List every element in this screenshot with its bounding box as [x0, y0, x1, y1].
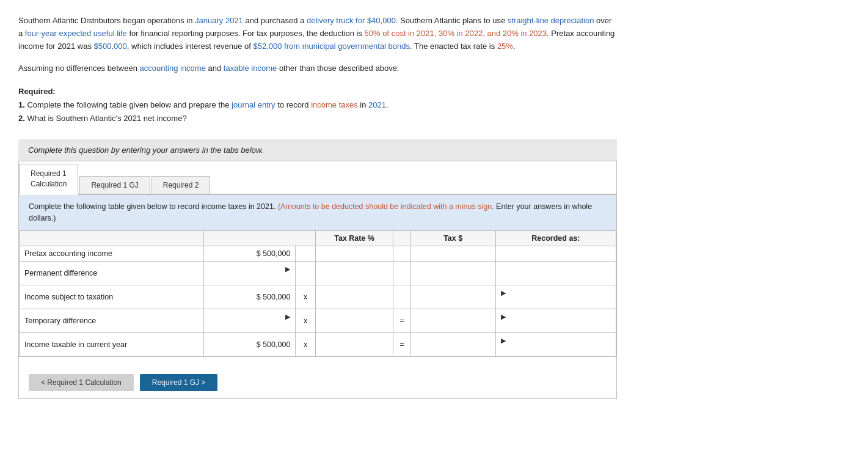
tabs-area: Required 1Calculation Required 1 GJ Requ…	[18, 161, 617, 398]
tabs-row: Required 1Calculation Required 1 GJ Requ…	[19, 161, 616, 195]
row-temp-diff-symbol: x	[296, 309, 315, 332]
table-row: Income subject to taxation $ 500,000 x ▶	[20, 285, 616, 309]
arrow-income-taxable-recorded: ▶	[501, 337, 506, 344]
intro-paragraph: Southern Atlantic Distributors began ope…	[18, 15, 617, 53]
row-pretax-label: Pretax accounting income	[20, 246, 204, 261]
input-perm-amount[interactable]	[209, 273, 291, 282]
table-row: Temporary difference ▶ x = ▶	[20, 309, 616, 332]
input-temp-diff-recorded[interactable]	[501, 321, 611, 329]
row-perm-symbol	[296, 261, 315, 285]
input-perm-tax-dollar[interactable]	[416, 269, 491, 277]
assuming-text: Assuming no differences between accounti…	[18, 62, 617, 75]
instruction-bar: Complete the following table given below…	[19, 195, 616, 230]
input-income-taxable-tax-rate[interactable]	[321, 340, 388, 349]
required-label: Required:	[18, 87, 56, 96]
row-income-taxable-eq: =	[393, 332, 410, 356]
input-perm-tax-rate[interactable]	[321, 269, 388, 277]
tab-required-1-calculation[interactable]: Required 1Calculation	[19, 164, 78, 195]
row-income-taxable-label: Income taxable in current year	[20, 332, 204, 356]
tab-required-1-gj[interactable]: Required 1 GJ	[79, 176, 150, 194]
input-income-taxable-tax-dollar[interactable]	[416, 340, 491, 349]
row-perm-eq	[393, 261, 410, 285]
arrow-temp-diff-amount: ▶	[285, 313, 290, 320]
table-row: Pretax accounting income $ 500,000	[20, 246, 616, 261]
table-wrapper: Tax Rate % Tax $ Recorded as: Pretax acc…	[19, 230, 616, 367]
required-header: Required: 1. Complete the following tabl…	[18, 85, 617, 125]
row-income-taxable-amount: $ 500,000	[203, 332, 296, 356]
instruction-text-2: (Amounts to be deducted should be indica…	[278, 202, 494, 211]
arrow-temp-diff-recorded: ▶	[501, 313, 506, 320]
row-temp-diff-recorded[interactable]: ▶	[495, 309, 616, 332]
row-temp-diff-tax-dollar[interactable]	[410, 309, 495, 332]
row-perm-amount[interactable]: ▶	[203, 261, 296, 285]
row-income-taxable-tax-rate[interactable]	[315, 332, 393, 356]
row-income-subject-eq	[393, 285, 410, 309]
row-income-subject-label: Income subject to taxation	[20, 285, 204, 309]
input-income-subject-recorded[interactable]	[501, 297, 611, 306]
prev-button[interactable]: < Required 1 Calculation	[29, 374, 134, 391]
col-header-tax-rate: Tax Rate %	[315, 230, 393, 246]
row-pretax-symbol	[296, 246, 315, 261]
instruction-text-1: Complete the following table given below…	[29, 202, 275, 211]
row-pretax-amount: $ 500,000	[203, 246, 296, 261]
row-pretax-recorded[interactable]	[495, 246, 616, 261]
row-income-taxable-recorded[interactable]: ▶	[495, 332, 616, 356]
col-header-recorded: Recorded as:	[495, 230, 616, 246]
required-point-1: 1. Complete the following table given be…	[18, 100, 388, 109]
row-temp-diff-tax-rate[interactable]	[315, 309, 393, 332]
row-income-subject-recorded[interactable]: ▶	[495, 285, 616, 309]
row-income-taxable-tax-dollar[interactable]	[410, 332, 495, 356]
row-pretax-tax-dollar[interactable]	[410, 246, 495, 261]
input-temp-diff-tax-dollar[interactable]	[416, 317, 491, 325]
intro-text-1: Southern Atlantic Distributors began ope…	[18, 16, 615, 51]
row-pretax-eq	[393, 246, 410, 261]
row-income-subject-amount: $ 500,000	[203, 285, 296, 309]
arrow-perm-amount: ▶	[285, 265, 290, 273]
input-temp-diff-tax-rate[interactable]	[321, 317, 388, 325]
row-pretax-tax-rate[interactable]	[315, 246, 393, 261]
row-perm-recorded[interactable]	[495, 261, 616, 285]
row-perm-tax-dollar[interactable]	[410, 261, 495, 285]
input-perm-recorded[interactable]	[501, 269, 611, 277]
table-header-row: Tax Rate % Tax $ Recorded as:	[20, 230, 616, 246]
input-temp-diff-amount[interactable]	[209, 321, 291, 329]
input-pretax-tax-dollar[interactable]	[416, 249, 491, 258]
required-point-2: 2. What is Southern Atlantic's 2021 net …	[18, 114, 187, 123]
col-header-tax-dollar: Tax $	[410, 230, 495, 246]
question-box: Complete this question by entering your …	[18, 139, 617, 161]
tab-content: Complete the following table given below…	[19, 195, 616, 398]
nav-buttons: < Required 1 Calculation Required 1 GJ >	[19, 367, 616, 398]
input-pretax-tax-rate[interactable]	[321, 249, 388, 258]
tab-required-2[interactable]: Required 2	[151, 176, 211, 194]
arrow-income-subject-recorded: ▶	[501, 289, 506, 296]
table-row: Permanent difference ▶	[20, 261, 616, 285]
row-income-subject-symbol: x	[296, 285, 315, 309]
row-income-taxable-symbol: x	[296, 332, 315, 356]
row-income-subject-tax-rate[interactable]	[315, 285, 393, 309]
col-header-label	[20, 230, 204, 246]
col-header-eq	[393, 230, 410, 246]
input-pretax-recorded[interactable]	[501, 249, 611, 258]
row-perm-tax-rate[interactable]	[315, 261, 393, 285]
input-income-subject-tax-rate[interactable]	[321, 293, 388, 301]
col-header-amount	[203, 230, 315, 246]
row-temp-diff-amount[interactable]: ▶	[203, 309, 296, 332]
row-temp-diff-label: Temporary difference	[20, 309, 204, 332]
row-income-subject-tax-dollar[interactable]	[410, 285, 495, 309]
table-row: Income taxable in current year $ 500,000…	[20, 332, 616, 356]
input-income-subject-tax-dollar[interactable]	[416, 293, 491, 301]
question-box-text: Complete this question by entering your …	[28, 145, 263, 155]
row-perm-label: Permanent difference	[20, 261, 204, 285]
input-income-taxable-recorded[interactable]	[501, 345, 611, 353]
main-table: Tax Rate % Tax $ Recorded as: Pretax acc…	[19, 230, 616, 357]
row-temp-diff-eq: =	[393, 309, 410, 332]
next-button[interactable]: Required 1 GJ >	[140, 374, 218, 391]
